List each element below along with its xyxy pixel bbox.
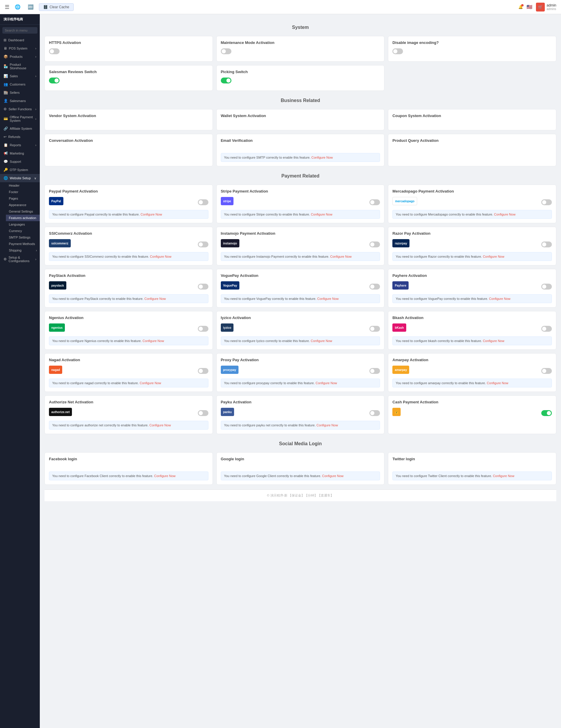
sslcommerz-toggle[interactable] <box>198 241 208 247</box>
card-conversation: Conversation Activation <box>45 134 213 166</box>
maintenance-mode-toggle[interactable] <box>221 48 231 54</box>
sidebar-sub-item-payment-methods[interactable]: Payment Methods <box>6 241 40 247</box>
toggle-container <box>392 48 552 54</box>
salesman-reviews-toggle[interactable] <box>49 78 60 83</box>
sidebar-item-support[interactable]: 💬 Support <box>0 157 40 166</box>
clear-cache-button[interactable]: 🗄️ Clear Cache <box>39 3 74 11</box>
bkash-configure-link[interactable]: Configure Now <box>483 339 504 343</box>
payhere-toggle[interactable] <box>541 284 552 290</box>
instamojo-configure-link[interactable]: Configure Now <box>330 255 352 258</box>
sidebar-item-setup-configs[interactable]: ⚙ Setup & Configurations › <box>0 254 40 265</box>
sidebar-item-label: Reports <box>10 143 35 147</box>
sidebar-sub-item-features-activation[interactable]: Features activation <box>6 215 40 221</box>
card-title: Proxy Pay Activation <box>221 358 380 362</box>
paypal-toggle[interactable] <box>198 199 208 205</box>
sidebar-sub-item-footer[interactable]: Footer <box>6 189 40 195</box>
sidebar-item-product-storehouse[interactable]: 🏪 Product Storehouse <box>0 61 40 72</box>
affiliate-icon: 🔗 <box>4 126 8 131</box>
mercadopago-configure-link[interactable]: Configure Now <box>494 213 516 216</box>
sslcommerz-configure-link[interactable]: Configure Now <box>150 255 172 258</box>
voguepay-toggle[interactable] <box>369 284 380 290</box>
authorizenet-configure-link[interactable]: Configure Now <box>149 423 171 427</box>
sidebar-item-seller-functions[interactable]: ⚙ Seller Functions › <box>0 105 40 113</box>
search-input[interactable] <box>2 27 37 34</box>
payku-configure-link[interactable]: Configure Now <box>317 423 338 427</box>
ngenius-configure-link[interactable]: Configure Now <box>143 339 164 343</box>
sidebar-sub-item-label: Currency <box>9 229 37 233</box>
razorpay-configure-link[interactable]: Configure Now <box>483 255 504 258</box>
paystack-info: You need to configure PayStack correctly… <box>49 294 208 303</box>
sidebar-item-reports[interactable]: 📋 Reports › <box>0 141 40 149</box>
notification-bell[interactable]: 🔔 <box>518 5 523 9</box>
menu-toggle-button[interactable]: ☰ <box>5 4 9 10</box>
paystack-toggle[interactable] <box>198 284 208 290</box>
paypal-configure-link[interactable]: Configure Now <box>141 213 162 216</box>
authorizenet-toggle[interactable] <box>198 410 208 416</box>
payku-toggle[interactable] <box>369 410 380 416</box>
facebook-login-configure-link[interactable]: Configure Now <box>154 474 176 478</box>
sidebar-item-otp[interactable]: 🔑 OTP System <box>0 166 40 174</box>
sidebar-sub-item-header[interactable]: Header <box>6 182 40 189</box>
sidebar-sub-item-pages[interactable]: Pages <box>6 195 40 202</box>
sidebar-sub-item-currency[interactable]: Currency <box>6 228 40 234</box>
amarpay-configure-link[interactable]: Configure Now <box>487 381 508 385</box>
nagad-toggle[interactable] <box>198 368 208 374</box>
sidebar-sub-item-shipping[interactable]: Shipping › <box>6 247 40 254</box>
sidebar-item-sales[interactable]: 📊 Sales › <box>0 72 40 80</box>
sidebar-item-customers[interactable]: 👥 Customers <box>0 80 40 88</box>
toggle-slider <box>541 241 552 247</box>
sidebar-item-sellers[interactable]: 🏬 Sellers <box>0 88 40 97</box>
flag-icon[interactable]: 🇺🇸 <box>527 4 532 10</box>
card-title: Bkash Activation <box>392 315 552 320</box>
storehouse-icon: 🏪 <box>4 64 8 68</box>
setup-configs-icon: ⚙ <box>4 257 7 261</box>
google-login-configure-link[interactable]: Configure Now <box>322 474 344 478</box>
proxypay-configure-link[interactable]: Configure Now <box>316 381 337 385</box>
voguepay-configure-link[interactable]: Configure Now <box>317 297 339 300</box>
sidebar-sub-item-smtp[interactable]: SMTP Settings <box>6 234 40 241</box>
razorpay-toggle[interactable] <box>541 241 552 247</box>
sidebar-item-salesmans[interactable]: 👤 Salesmans <box>0 97 40 105</box>
stripe-configure-link[interactable]: Configure Now <box>311 213 333 216</box>
amarpay-toggle[interactable] <box>541 368 552 374</box>
card-title: Authorize Net Activation <box>49 400 208 404</box>
sidebar-item-products[interactable]: 📦 Products › <box>0 52 40 61</box>
bkash-toggle[interactable] <box>541 326 552 332</box>
sidebar-sub-item-languages[interactable]: Languages <box>6 221 40 228</box>
mercadopago-toggle[interactable] <box>541 199 552 205</box>
sidebar-item-website-setup[interactable]: 🌐 Website Setup ∨ <box>0 174 40 182</box>
iyzico-toggle[interactable] <box>369 326 380 332</box>
instamojo-toggle[interactable] <box>369 241 380 247</box>
disable-image-encoding-toggle[interactable] <box>392 48 403 54</box>
translate-icon-button[interactable]: 🔤 <box>26 2 35 12</box>
sidebar-sub-item-general-settings[interactable]: General Settings <box>6 208 40 215</box>
card-title: Mercadopago Payment Activation <box>392 189 552 193</box>
proxypay-toggle[interactable] <box>369 368 380 374</box>
sidebar-item-offline-payment[interactable]: 💳 Offline Payment System › <box>0 113 40 124</box>
card-title: Instamojo Payment Activation <box>221 231 380 236</box>
nagad-configure-link[interactable]: Configure Now <box>140 381 161 385</box>
sidebar-sub-item-appearance[interactable]: Appearance <box>6 202 40 208</box>
iyzico-info: You need to configure Iyzico correctly t… <box>221 336 380 345</box>
content-area: System HTTPS Activation Maintenance Mode… <box>40 14 561 728</box>
paystack-configure-link[interactable]: Configure Now <box>144 297 166 300</box>
sidebar-item-dashboard[interactable]: ⊞ Dashboard <box>0 36 40 44</box>
sidebar-item-affiliate[interactable]: 🔗 Affiliate System <box>0 124 40 133</box>
email-verification-info-text: You need to configure SMTP correctly to … <box>224 156 312 159</box>
ngenius-toggle[interactable] <box>198 326 208 332</box>
payhere-configure-link[interactable]: Configure Now <box>489 297 511 300</box>
cash-payment-toggle[interactable] <box>541 410 552 416</box>
globe-icon-button[interactable]: 🌐 <box>13 2 22 12</box>
sidebar-search-container <box>0 25 40 36</box>
sidebar-item-pos[interactable]: 🖥 POS System › <box>0 44 40 52</box>
sidebar-item-refunds[interactable]: ↩ Refunds <box>0 133 40 141</box>
twitter-login-configure-link[interactable]: Configure Now <box>493 474 514 478</box>
stripe-toggle[interactable] <box>369 199 380 205</box>
email-verification-configure-link[interactable]: Configure Now <box>311 156 333 159</box>
sidebar-item-marketing[interactable]: 📢 Marketing <box>0 149 40 157</box>
sslcommerz-info: You need to configure SSICommerz correct… <box>49 252 208 261</box>
iyzico-configure-link[interactable]: Configure Now <box>311 339 332 343</box>
https-activation-toggle[interactable] <box>49 48 60 54</box>
picking-switch-toggle[interactable] <box>221 78 231 83</box>
sidebar-item-label: Dashboard <box>8 38 36 42</box>
